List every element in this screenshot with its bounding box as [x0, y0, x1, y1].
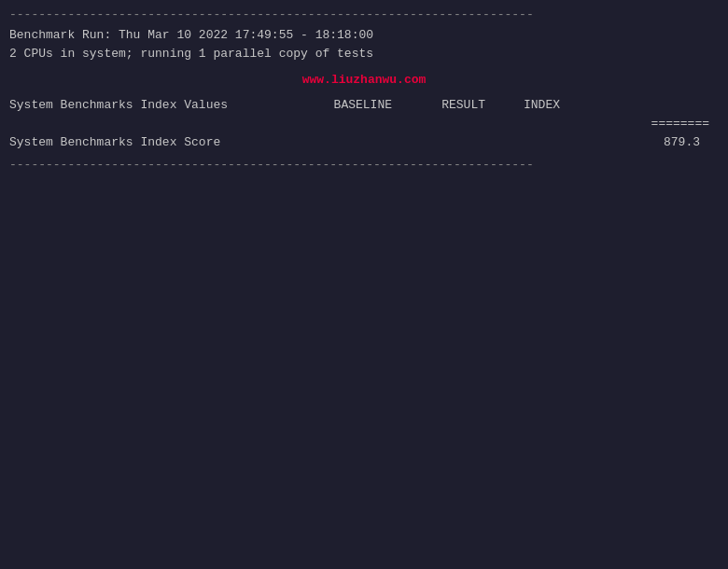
table-section: System Benchmarks Index Values BASELINE …: [9, 96, 719, 115]
bottom-divider: ----------------------------------------…: [9, 156, 719, 174]
terminal: ----------------------------------------…: [9, 6, 719, 174]
th-index: INDEX: [485, 96, 560, 115]
header-line1: Benchmark Run: Thu Mar 10 2022 17:49:55 …: [9, 26, 719, 45]
header-line2: 2 CPUs in system; running 1 parallel cop…: [9, 45, 719, 63]
table-header: System Benchmarks Index Values BASELINE …: [9, 96, 719, 115]
th-baseline: BASELINE: [308, 96, 392, 115]
th-result: RESULT: [392, 96, 485, 115]
header-section: Benchmark Run: Thu Mar 10 2022 17:49:55 …: [9, 26, 719, 63]
th-name: System Benchmarks Index Values: [9, 96, 308, 115]
top-divider: ----------------------------------------…: [9, 6, 719, 24]
watermark: www.liuzhanwu.com: [9, 71, 719, 90]
equals-row: ========: [9, 115, 719, 133]
score-value: 879.3: [625, 133, 700, 152]
score-row: System Benchmarks Index Score 879.3: [9, 133, 719, 152]
score-label: System Benchmarks Index Score: [9, 133, 625, 152]
